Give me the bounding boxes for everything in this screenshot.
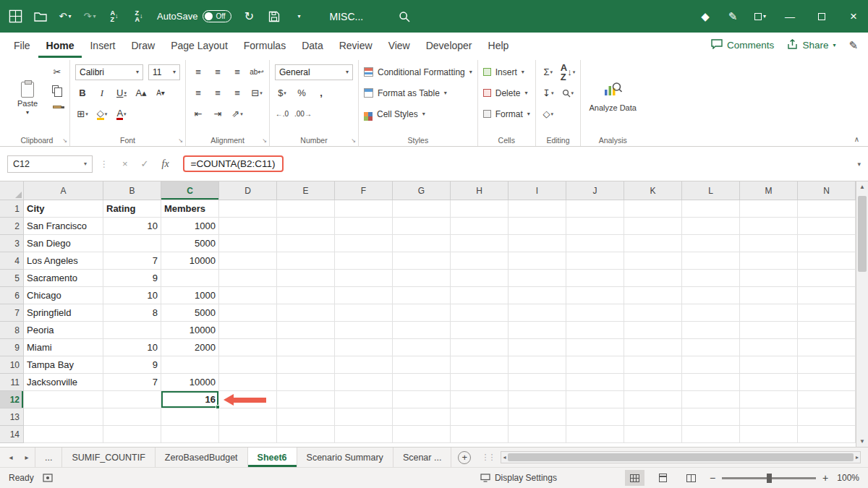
- row-header-12[interactable]: 12: [0, 391, 24, 408]
- sort-az-icon[interactable]: AZ↓: [108, 9, 121, 25]
- cell-J14[interactable]: [566, 426, 624, 443]
- sheet-tab-scenario-summary[interactable]: Scenario Summary: [297, 448, 393, 467]
- alignment-dialog-launcher[interactable]: ↘: [262, 137, 267, 144]
- cell-K14[interactable]: [624, 426, 682, 443]
- cell-B7[interactable]: 8: [103, 304, 161, 322]
- orientation-icon[interactable]: ⇗▾: [230, 106, 244, 121]
- column-header-A[interactable]: A: [24, 181, 103, 200]
- cell-E6[interactable]: [277, 287, 335, 304]
- maximize-button[interactable]: [807, 0, 836, 33]
- cell-H12[interactable]: [451, 391, 509, 408]
- cell-I3[interactable]: [509, 235, 566, 252]
- editing-mode-icon[interactable]: ✎: [848, 39, 858, 52]
- column-header-J[interactable]: J: [566, 181, 624, 200]
- cell-K7[interactable]: [624, 304, 682, 322]
- cell-A3[interactable]: San Diego: [24, 235, 103, 252]
- row-header-5[interactable]: 5: [0, 270, 24, 287]
- currency-icon[interactable]: $▾: [275, 85, 289, 100]
- cell-D10[interactable]: [219, 356, 277, 374]
- analyze-data-button[interactable]: Analyze Data: [586, 61, 639, 133]
- vertical-scroll-thumb[interactable]: [858, 196, 867, 272]
- scroll-up-icon[interactable]: ▲: [859, 184, 865, 190]
- cell-G6[interactable]: [393, 287, 451, 304]
- column-header-B[interactable]: B: [103, 181, 161, 200]
- cell-A12[interactable]: [24, 391, 103, 408]
- cell-F2[interactable]: [335, 218, 393, 235]
- cell-I7[interactable]: [509, 304, 566, 322]
- normal-view-button[interactable]: [625, 470, 644, 486]
- page-break-view-button[interactable]: [681, 470, 701, 486]
- cell-J4[interactable]: [566, 252, 624, 270]
- cell-D3[interactable]: [219, 235, 277, 252]
- fill-color-icon[interactable]: ◇▾: [95, 106, 109, 121]
- row-header-8[interactable]: 8: [0, 322, 24, 339]
- cell-D1[interactable]: [219, 200, 277, 218]
- ribbon-options-icon[interactable]: ▾: [748, 9, 773, 25]
- clear-icon[interactable]: ◇▾: [541, 106, 556, 121]
- insert-cells-button[interactable]: Insert▾: [483, 61, 530, 82]
- fill-handle[interactable]: [216, 405, 220, 409]
- cell-N13[interactable]: [798, 408, 856, 426]
- cell-I6[interactable]: [509, 287, 566, 304]
- cell-E12[interactable]: [277, 391, 335, 408]
- cell-C1[interactable]: Members: [161, 200, 219, 218]
- cell-K13[interactable]: [624, 408, 682, 426]
- select-all-button[interactable]: [0, 181, 24, 200]
- cell-J9[interactable]: [566, 339, 624, 356]
- cut-icon[interactable]: ✂: [50, 64, 64, 80]
- cell-M5[interactable]: [740, 270, 798, 287]
- column-header-E[interactable]: E: [277, 181, 335, 200]
- bold-button[interactable]: B: [75, 85, 90, 100]
- cell-I12[interactable]: [509, 391, 566, 408]
- format-as-table-button[interactable]: Format as Table▾: [364, 82, 472, 103]
- cell-K4[interactable]: [624, 252, 682, 270]
- cell-N6[interactable]: [798, 287, 856, 304]
- excel-app-icon[interactable]: [9, 9, 22, 25]
- cell-H2[interactable]: [451, 218, 509, 235]
- align-middle-icon[interactable]: ≡: [210, 64, 225, 80]
- cell-J12[interactable]: [566, 391, 624, 408]
- cell-E11[interactable]: [277, 374, 335, 391]
- cell-L8[interactable]: [682, 322, 740, 339]
- cell-K3[interactable]: [624, 235, 682, 252]
- draw-icon[interactable]: ✎: [720, 9, 745, 25]
- delete-cells-button[interactable]: Delete▾: [483, 82, 530, 103]
- align-right-icon[interactable]: ≡: [230, 85, 244, 100]
- cell-H10[interactable]: [451, 356, 509, 374]
- tab-bar-grip[interactable]: ⋮⋮: [481, 453, 494, 462]
- row-header-2[interactable]: 2: [0, 218, 24, 235]
- save-dropdown-icon[interactable]: ▾: [292, 9, 305, 25]
- cell-J11[interactable]: [566, 374, 624, 391]
- cancel-entry-icon[interactable]: ×: [122, 158, 128, 169]
- autosave-toggle[interactable]: AutoSave Off: [157, 10, 231, 22]
- cell-G3[interactable]: [393, 235, 451, 252]
- zoom-slider-thumb[interactable]: [767, 474, 772, 483]
- insert-function-icon[interactable]: fx: [162, 158, 169, 170]
- row-header-4[interactable]: 4: [0, 252, 24, 270]
- cell-F11[interactable]: [335, 374, 393, 391]
- cell-H4[interactable]: [451, 252, 509, 270]
- ribbon-tab-insert[interactable]: Insert: [82, 33, 123, 58]
- cell-L2[interactable]: [682, 218, 740, 235]
- cell-L7[interactable]: [682, 304, 740, 322]
- ribbon-tab-page-layout[interactable]: Page Layout: [163, 33, 236, 58]
- cell-E10[interactable]: [277, 356, 335, 374]
- font-name-combo[interactable]: Calibri▾: [75, 64, 143, 80]
- cell-D4[interactable]: [219, 252, 277, 270]
- sheet-tab-zerobasedbudget[interactable]: ZeroBasedBudget: [156, 448, 248, 467]
- ribbon-tab-home[interactable]: Home: [38, 33, 82, 58]
- cell-E4[interactable]: [277, 252, 335, 270]
- ribbon-tab-developer[interactable]: Developer: [418, 33, 480, 58]
- increase-indent-icon[interactable]: ⇥: [210, 106, 225, 121]
- diamond-icon[interactable]: ◆: [693, 9, 718, 25]
- cell-B3[interactable]: [103, 235, 161, 252]
- cell-E13[interactable]: [277, 408, 335, 426]
- cell-J1[interactable]: [566, 200, 624, 218]
- cell-I2[interactable]: [509, 218, 566, 235]
- ribbon-tab-formulas[interactable]: Formulas: [236, 33, 294, 58]
- increase-font-size-icon[interactable]: A▴: [134, 85, 148, 100]
- cell-K6[interactable]: [624, 287, 682, 304]
- cell-B10[interactable]: 9: [103, 356, 161, 374]
- cell-K11[interactable]: [624, 374, 682, 391]
- cell-F1[interactable]: [335, 200, 393, 218]
